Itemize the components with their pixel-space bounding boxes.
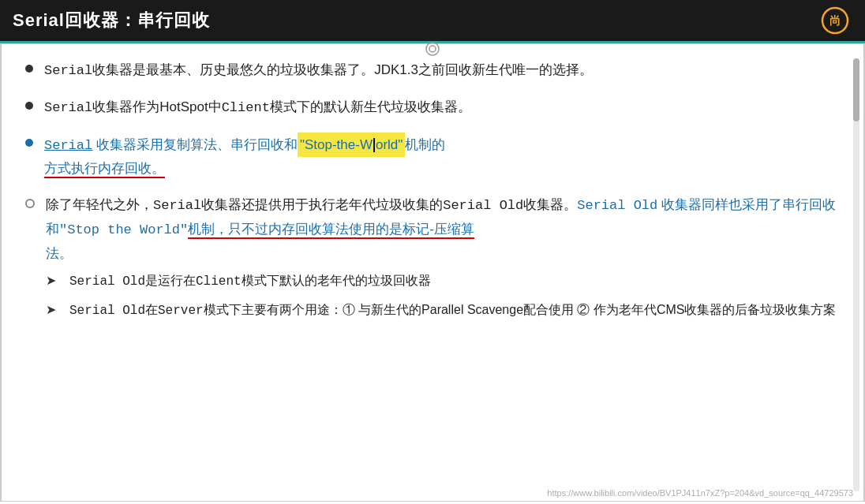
arrow-marker-1: ➤ (46, 270, 62, 291)
highlight-stw: "Stop-the-World" (298, 133, 405, 158)
slide-container: Serial回收器：串行回收 尚 Serial收集器是最基本 (0, 0, 865, 504)
text-serial-2: Serial (44, 100, 92, 115)
bullet-dot-3 (25, 139, 33, 147)
sub-bullet-list: ➤ Serial Old是运行在Client模式下默认的老年代的垃圾回收器 ➤ … (46, 270, 836, 322)
text-serialold-1: Serial Old (443, 198, 523, 213)
text-content-4c: 收集器。 (523, 197, 577, 212)
header-bar: Serial回收器：串行回收 尚 (0, 0, 865, 41)
text-content-4d: 和 (46, 222, 59, 237)
bullet-item-4: 除了年轻代之外，Serial收集器还提供用于执行老年代垃圾收集的Serial O… (25, 193, 840, 329)
text-s1-content: 是运行在 (145, 274, 196, 287)
text-content-2a: 收集器作为HotSpot中 (92, 99, 221, 114)
svg-point-3 (429, 46, 436, 52)
sub-item-2: ➤ Serial Old在Server模式下主要有两个用途：① 与新生代的Par… (46, 299, 836, 322)
svg-text:尚: 尚 (829, 14, 841, 27)
text-s2-content2: 模式下主要有两个用途：① 与新生代的Parallel Scavenge配合使用 … (204, 303, 837, 316)
main-bullet-list: Serial收集器是最基本、历史最悠久的垃圾收集器了。JDK1.3之前回收新生代… (25, 58, 840, 329)
bullet-text-4: 除了年轻代之外，Serial收集器还提供用于执行老年代垃圾收集的Serial O… (46, 193, 836, 329)
text-server-s2: Server (158, 304, 204, 318)
bullet-dot-1 (25, 65, 33, 73)
text-serial-3: Serial (44, 138, 92, 153)
slide-title: Serial回收器：串行回收 (13, 9, 210, 32)
bullet-item-1: Serial收集器是最基本、历史最悠久的垃圾收集器了。JDK1.3之前回收新生代… (25, 58, 840, 83)
sub-item-1: ➤ Serial Old是运行在Client模式下默认的老年代的垃圾回收器 (46, 270, 836, 293)
scrollbar-track[interactable] (853, 58, 859, 491)
bullet-text-3: Serial 收集器采用复制算法、串行回收和"Stop-the-World"机制… (44, 133, 445, 181)
scrollbar-thumb[interactable] (853, 58, 859, 121)
sub-text-1: Serial Old是运行在Client模式下默认的老年代的垃圾回收器 (69, 270, 431, 293)
bullet-text-2: Serial收集器作为HotSpot中Client模式下的默认新生代垃圾收集器。 (44, 95, 471, 120)
bullet-dot-2 (25, 102, 33, 110)
bullet-item-3: Serial 收集器采用复制算法、串行回收和"Stop-the-World"机制… (25, 133, 840, 181)
text-serialold-blue: Serial Old 收集器同样也采用了串行回收 (577, 197, 836, 212)
arrow-marker-2: ➤ (46, 299, 62, 320)
text-content-4f: 法。 (46, 246, 73, 261)
sub-text-2: Serial Old在Server模式下主要有两个用途：① 与新生代的Paral… (69, 299, 836, 322)
text-stopworld-blue: "Stop the World" (59, 222, 188, 237)
text-s1-content2: 模式下默认的老年代的垃圾回收器 (242, 274, 431, 287)
svg-point-2 (426, 43, 439, 55)
text-content-4a: 除了年轻代之外， (46, 197, 153, 212)
text-content-2b: 模式下的默认新生代垃圾收集器。 (270, 99, 471, 114)
content-area: Serial收集器是最基本、历史最悠久的垃圾收集器了。JDK1.3之前回收新生代… (1, 44, 864, 502)
text-content-3a: 收集器采用复制算法、串行回收和 (92, 137, 298, 152)
bullet-text-1: Serial收集器是最基本、历史最悠久的垃圾收集器了。JDK1.3之前回收新生代… (44, 58, 593, 83)
text-client: Client (222, 100, 270, 115)
text-content-3b: 机制的 (405, 137, 445, 152)
text-serial-4: Serial (153, 198, 201, 213)
text-content-3c: 方式执行内存回收。 (44, 161, 165, 178)
text-serial-1: Serial (44, 63, 92, 78)
text-s2-content: 在 (145, 303, 158, 316)
text-stw-container: "Stop-the-World" (298, 137, 405, 152)
logo-icon: 尚 (821, 6, 849, 35)
text-serialold-s2: Serial Old (69, 304, 145, 318)
text-content-4e: 机制，只不过内存回收算法使用的是标记-压缩算 (188, 222, 474, 239)
text-content-4b: 收集器还提供用于执行老年代垃圾收集的 (201, 197, 443, 212)
bullet-item-2: Serial收集器作为HotSpot中Client模式下的默认新生代垃圾收集器。 (25, 95, 840, 120)
bottom-url: https://www.bilibili.com/video/BV1PJ411n… (547, 488, 853, 498)
text-serialold-s1: Serial Old (69, 274, 145, 289)
text-content-1: 收集器是最基本、历史最悠久的垃圾收集器了。JDK1.3之前回收新生代唯一的选择。 (92, 62, 593, 77)
logo-area: 尚 (821, 6, 849, 35)
text-client-s1: Client (196, 274, 242, 289)
cursor-indicator (425, 41, 440, 57)
bullet-dot-4 (25, 199, 35, 208)
content-box: Serial收集器是最基本、历史最悠久的垃圾收集器了。JDK1.3之前回收新生代… (0, 43, 865, 502)
cursor-bar (373, 138, 375, 153)
